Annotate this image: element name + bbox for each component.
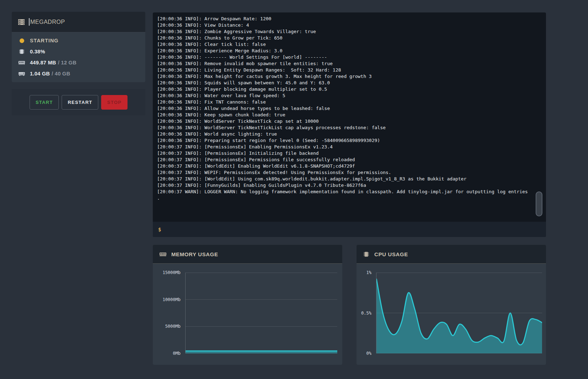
y-axis-tick-label: 0% <box>366 351 371 356</box>
console-log-line: [20:00:36 INFO]: Water over lava flow sp… <box>157 93 542 99</box>
server-name-input[interactable]: MEGADROP <box>30 19 65 25</box>
disk-row: 1.04 GB / 40 GB <box>18 69 139 78</box>
server-info-card: MEGADROP STARTING 0.38% 449.87 MB <box>12 12 145 82</box>
cpu-chip-icon <box>363 251 370 258</box>
cpu-usage-value: 0.38% <box>30 49 45 54</box>
console-log-line: [20:00:36 INFO]: Max height for cactus g… <box>157 73 542 80</box>
y-axis-tick-label: 1% <box>366 270 371 275</box>
restart-button[interactable]: RESTART <box>62 95 98 110</box>
console-log-line: [20:00:36 INFO]: Arrow Despawn Rate: 120… <box>157 16 542 22</box>
cpu-usage-card: CPU USAGE 1%0.5%0% <box>357 245 546 365</box>
ram-icon <box>159 251 167 258</box>
console-log-line: [20:00:36 INFO]: Fix TNT cannons: false <box>157 99 542 105</box>
stop-button[interactable]: STOP <box>101 95 128 110</box>
server-title-bar: MEGADROP <box>12 12 145 32</box>
memory-row: 449.87 MB / 12 GB <box>18 58 139 67</box>
text-cursor <box>29 18 30 26</box>
console-log-line: [20:00:36 INFO]: World async lighting: t… <box>157 131 542 137</box>
cpu-chart-title: CPU USAGE <box>374 251 408 257</box>
console-log-line: [20:00:36 INFO]: Allow undead horse type… <box>157 105 542 112</box>
cpu-y-axis: 1%0.5%0% <box>357 273 374 353</box>
console-input-bar: $ <box>153 222 546 237</box>
power-actions-card: START RESTART STOP <box>12 89 145 115</box>
cpu-chart-plot <box>376 273 542 353</box>
cpu-row: 0.38% <box>18 47 139 56</box>
console-command-input[interactable] <box>165 226 541 232</box>
memory-usage-header: MEMORY USAGE <box>153 245 342 264</box>
disk-used-value: 1.04 GB <box>30 71 50 77</box>
console-log-line: [20:00:36 INFO]: Experience Merge Radius… <box>157 48 542 54</box>
cpu-usage-header: CPU USAGE <box>357 245 546 264</box>
memory-usage-card: MEMORY USAGE 15000Mb10000Mb5000Mb0Mb <box>153 245 342 365</box>
console-log-line: [20:00:36 INFO]: WorldServer TickNextTic… <box>157 118 542 125</box>
disk-icon <box>18 70 26 77</box>
memory-chart-body: 15000Mb10000Mb5000Mb0Mb <box>153 264 342 365</box>
console-log-line: [20:00:37 INFO]: WEPIF: PermissionsEx de… <box>157 169 542 176</box>
y-axis-tick-label: 5000Mb <box>165 324 181 329</box>
y-axis-tick-label: 0.5% <box>361 311 371 316</box>
console-log-line: [20:00:36 INFO]: Preparing start region … <box>157 137 542 144</box>
console-log-line: [20:00:36 INFO]: Chunks to Grow per Tick… <box>157 35 542 41</box>
memory-chart-plot <box>185 273 337 353</box>
status-row: STARTING <box>18 36 139 45</box>
console-log-line: [20:00:37 WARN]: LOGGER WARN: No logging… <box>157 189 542 195</box>
console-log-line: [20:00:37 INFO]: [WorldEdit] Enabling Wo… <box>157 163 542 169</box>
server-stats: STARTING 0.38% 449.87 MB / 12 GB <box>12 32 145 82</box>
status-dot-icon <box>18 38 26 43</box>
memory-total-value: / 12 GB <box>58 60 77 65</box>
memory-chart-title: MEMORY USAGE <box>171 251 218 257</box>
y-axis-tick-label: 15000Mb <box>162 270 181 275</box>
y-axis-tick-label: 0Mb <box>173 351 181 356</box>
console-log-line: [20:00:37 INFO]: [WorldEdit] Using com.s… <box>157 176 542 182</box>
memory-y-axis: 15000Mb10000Mb5000Mb0Mb <box>153 273 183 353</box>
console-log-line: [20:00:37 INFO]: [PermissionsEx] Initial… <box>157 150 542 157</box>
start-button[interactable]: START <box>30 95 59 110</box>
console-log-line: [20:00:36 INFO]: Clear tick list: false <box>157 41 542 48</box>
y-axis-tick-label: 10000Mb <box>162 297 181 302</box>
console-panel: [20:00:36 INFO]: Arrow Despawn Rate: 120… <box>153 12 546 237</box>
server-status-label: STARTING <box>30 38 58 43</box>
console-log-line: [20:00:36 INFO]: Living Entity Despawn R… <box>157 67 542 73</box>
disk-total-value: / 40 GB <box>52 71 70 77</box>
console-scrollbar-thumb[interactable] <box>536 191 542 216</box>
console-log-line: [20:00:36 INFO]: Remove invalid mob spaw… <box>157 60 542 67</box>
console-log-line: [20:00:37 INFO]: [PermissionsEx] Permiss… <box>157 157 542 163</box>
console-log-line: . <box>157 195 542 201</box>
server-rack-icon <box>18 19 25 26</box>
console-log-line: [20:00:36 INFO]: Squids will spawn betwe… <box>157 80 542 86</box>
console-log-line: [20:00:37 INFO]: [PermissionsEx] Enablin… <box>157 144 542 150</box>
console-log-line: [20:00:37 INFO]: [FunnyGuilds] Enabling … <box>157 182 542 189</box>
memory-used-value: 449.87 MB <box>30 60 56 65</box>
console-log-line: [20:00:36 INFO]: Player blocking damage … <box>157 86 542 93</box>
cpu-chip-icon <box>18 48 26 55</box>
cpu-chart-body: 1%0.5%0% <box>357 264 546 365</box>
console-log-line: [20:00:36 INFO]: View Distance: 4 <box>157 22 542 28</box>
console-log-line: [20:00:36 INFO]: -------- World Settings… <box>157 54 542 60</box>
console-log-line: [20:00:36 INFO]: WorldServer TickNextTic… <box>157 125 542 131</box>
ram-icon <box>18 59 26 66</box>
console-log-line: [20:00:36 INFO]: Keep spawn chunk loaded… <box>157 112 542 118</box>
console-output[interactable]: [20:00:36 INFO]: Arrow Despawn Rate: 120… <box>153 12 546 222</box>
console-log-line: [20:00:36 INFO]: Zombie Aggressive Towar… <box>157 28 542 35</box>
console-prompt: $ <box>158 227 161 232</box>
